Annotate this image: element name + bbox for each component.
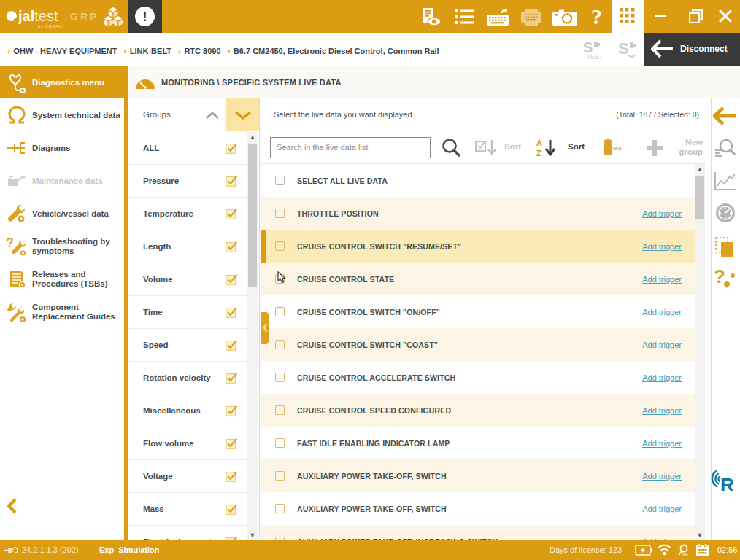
svg-text:A: A (536, 139, 542, 147)
svg-text:Z: Z (536, 149, 541, 158)
svg-text:R: R (720, 474, 734, 494)
svg-text:N/A: N/A (613, 146, 622, 151)
svg-text:TEST: TEST (587, 53, 603, 61)
svg-text:?: ? (714, 267, 725, 287)
svg-text:N/A: N/A (682, 553, 688, 556)
svg-text:S: S (618, 40, 629, 58)
svg-text:?: ? (6, 236, 14, 250)
